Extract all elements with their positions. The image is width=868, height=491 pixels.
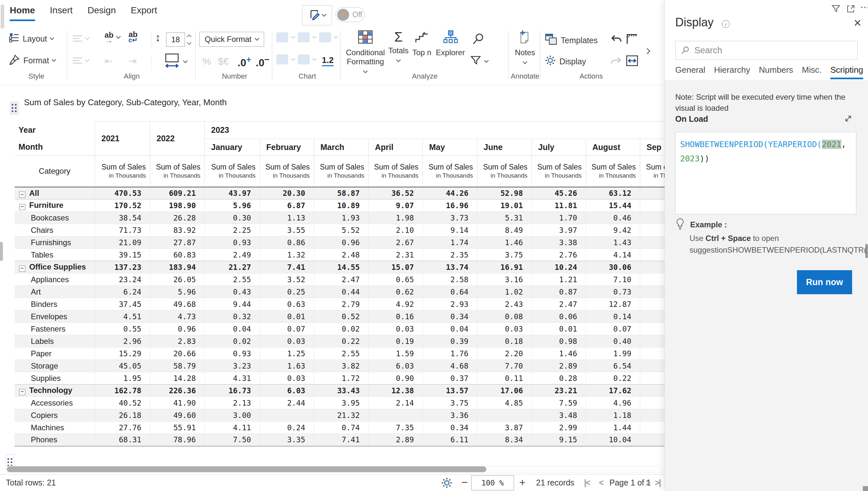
ribbon-expand-button[interactable] — [645, 49, 649, 55]
value-cell[interactable]: 15.29 — [95, 347, 150, 360]
value-cell[interactable]: 41.90 — [150, 397, 205, 409]
value-cell[interactable]: 2.89 — [368, 434, 423, 446]
panel-tab-misc[interactable]: Misc. — [802, 65, 822, 79]
value-cell[interactable]: 1.95 — [95, 372, 150, 384]
value-cell[interactable]: 9.42 — [586, 224, 640, 236]
value-cell[interactable]: 6.24 — [95, 286, 150, 298]
value-cell[interactable]: 3.95 — [314, 397, 368, 409]
value-cell[interactable]: 68.31 — [95, 434, 150, 446]
value-cell[interactable]: 3.48 — [531, 409, 586, 422]
value-cell[interactable]: 6.54 — [586, 360, 640, 372]
value-cell[interactable]: 0.11 — [477, 372, 531, 384]
notes-button[interactable]: Notes — [513, 30, 537, 66]
panel-tab-general[interactable]: General — [675, 65, 706, 79]
value-cell[interactable]: 3.00 — [205, 409, 259, 422]
value-cell[interactable]: 21.32 — [314, 409, 368, 422]
value-cell[interactable]: 0.14 — [586, 311, 640, 323]
value-cell[interactable]: 0.43 — [205, 286, 259, 298]
value-cell[interactable]: 40.52 — [95, 397, 150, 409]
value-cell[interactable]: 26.05 — [150, 273, 205, 286]
value-cell[interactable]: 3.23 — [205, 360, 259, 372]
value-cell[interactable]: 2.55 — [314, 347, 368, 360]
value-cell[interactable]: 33.43 — [314, 384, 368, 397]
value-cell[interactable]: 9.07 — [368, 199, 423, 212]
display-button[interactable]: Display — [545, 55, 586, 68]
value-cell[interactable]: 4.92 — [368, 298, 423, 311]
value-cell[interactable]: 137.23 — [95, 261, 150, 273]
zoom-in-button[interactable]: + — [519, 478, 526, 487]
value-cell[interactable]: 0.07 — [586, 323, 640, 335]
font-size-stepper[interactable] — [188, 35, 191, 44]
value-cell[interactable]: 0.03 — [259, 372, 314, 384]
value-cell[interactable]: 12.87 — [586, 298, 640, 311]
value-cell[interactable]: 1.13 — [259, 212, 314, 224]
value-cell[interactable]: 6.03 — [259, 384, 314, 397]
value-cell[interactable]: 19.01 — [477, 199, 531, 212]
value-cell[interactable]: 198.90 — [150, 199, 205, 212]
value-cell[interactable]: 2.76 — [531, 249, 586, 261]
value-cell[interactable]: 30.06 — [586, 261, 640, 273]
value-cell[interactable] — [640, 360, 664, 372]
row-label[interactable]: Furnishings — [14, 236, 95, 249]
row-label[interactable]: Art — [14, 286, 95, 298]
value-cell[interactable]: 1.44 — [586, 422, 640, 434]
value-cell[interactable]: 0.06 — [531, 311, 586, 323]
value-cell[interactable]: 3.16 — [477, 273, 531, 286]
value-cell[interactable]: 4.85 — [477, 397, 531, 409]
value-cell[interactable]: 20.66 — [150, 347, 205, 360]
text-overflow-button[interactable]: ab→ — [104, 32, 120, 43]
page-prev-button[interactable]: < — [599, 478, 603, 487]
row-label[interactable]: Labels — [14, 335, 95, 347]
value-cell[interactable]: 71.73 — [95, 224, 150, 236]
value-cell[interactable]: 1.46 — [477, 236, 531, 249]
value-cell[interactable] — [640, 187, 664, 199]
value-cell[interactable]: 15.07 — [368, 261, 423, 273]
value-cell[interactable]: 1.59 — [368, 347, 423, 360]
font-size-input[interactable] — [166, 32, 185, 47]
page-last-button[interactable]: >| — [655, 478, 661, 487]
value-cell[interactable] — [640, 397, 664, 409]
row-label[interactable]: Accessories — [14, 397, 95, 409]
fit-width-button[interactable] — [626, 55, 639, 69]
value-cell[interactable] — [368, 409, 423, 422]
value-cell[interactable] — [640, 335, 664, 347]
value-cell[interactable]: 39.15 — [95, 249, 150, 261]
value-cell[interactable]: 9.14 — [423, 224, 477, 236]
row-label[interactable]: Tables — [14, 249, 95, 261]
value-cell[interactable]: 0.19 — [368, 335, 423, 347]
value-cell[interactable]: 2.89 — [531, 360, 586, 372]
row-label[interactable]: Paper — [14, 347, 95, 360]
filter-button[interactable] — [470, 55, 488, 68]
row-label[interactable]: −Technology — [14, 384, 95, 397]
value-cell[interactable]: 0.39 — [423, 335, 477, 347]
value-cell[interactable]: 36.52 — [368, 187, 423, 199]
row-label[interactable]: −Furniture — [14, 199, 95, 212]
value-cell[interactable]: 13.57 — [423, 384, 477, 397]
value-cell[interactable]: 0.62 — [368, 286, 423, 298]
row-label[interactable]: Machines — [14, 422, 95, 434]
value-cell[interactable]: 8.49 — [477, 224, 531, 236]
undo-button[interactable] — [610, 34, 622, 48]
value-cell[interactable]: 1.25 — [259, 347, 314, 360]
row-label[interactable]: Bookcases — [14, 212, 95, 224]
value-cell[interactable]: 14.55 — [314, 261, 368, 273]
value-cell[interactable]: 0.37 — [423, 372, 477, 384]
collapse-icon[interactable]: − — [19, 389, 25, 395]
wrap-text-button[interactable]: abc↵ — [128, 31, 137, 42]
value-cell[interactable]: 1.32 — [259, 249, 314, 261]
value-cell[interactable]: 0.96 — [150, 323, 205, 335]
value-cell[interactable] — [640, 236, 664, 249]
script-editor[interactable]: SHOWBETWEENPERIOD(YEARPERIOD(2021,2023)) — [675, 132, 856, 214]
value-cell[interactable] — [640, 311, 664, 323]
value-cell[interactable]: 7.10 — [586, 273, 640, 286]
value-cell[interactable]: 2.58 — [423, 273, 477, 286]
value-cell[interactable]: 0.16 — [368, 311, 423, 323]
value-cell[interactable]: 26.18 — [95, 409, 150, 422]
value-cell[interactable]: 4.14 — [586, 249, 640, 261]
value-cell[interactable]: 10.24 — [531, 261, 586, 273]
value-cell[interactable]: 2.93 — [423, 298, 477, 311]
value-cell[interactable]: 7.41 — [314, 434, 368, 446]
value-cell[interactable]: 470.53 — [95, 187, 150, 199]
value-cell[interactable]: 9.44 — [205, 298, 259, 311]
value-cell[interactable]: 2.55 — [205, 273, 259, 286]
